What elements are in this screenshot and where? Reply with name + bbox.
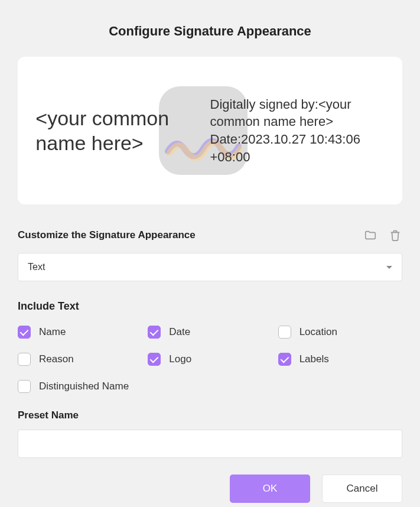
customize-label: Customize the Signature Appearance bbox=[18, 229, 196, 241]
select-value: Text bbox=[28, 262, 45, 272]
folder-icon[interactable] bbox=[363, 228, 377, 242]
checkbox-box[interactable] bbox=[18, 380, 31, 393]
preview-signed-by: Digitally signed by:<your common name he… bbox=[210, 96, 385, 131]
checkbox-box[interactable] bbox=[278, 326, 291, 339]
checkbox-location[interactable]: Location bbox=[278, 326, 402, 339]
checkbox-label: Name bbox=[39, 326, 66, 338]
trash-icon[interactable] bbox=[388, 228, 402, 242]
checkbox-logo[interactable]: Logo bbox=[148, 353, 272, 366]
cancel-button[interactable]: Cancel bbox=[322, 474, 402, 503]
checkbox-distinguished_name[interactable]: Distinguished Name bbox=[18, 380, 142, 393]
checkbox-box[interactable] bbox=[18, 326, 31, 339]
chevron-down-icon bbox=[386, 266, 392, 269]
preset-name-input[interactable] bbox=[18, 430, 402, 458]
signature-preview: <your common name here> Digitally signed… bbox=[18, 57, 402, 204]
checkbox-label: Location bbox=[299, 326, 337, 338]
checkbox-reason[interactable]: Reason bbox=[18, 353, 142, 366]
page-title: Configure Signature Appearance bbox=[18, 24, 402, 39]
checkbox-box[interactable] bbox=[148, 353, 161, 366]
preview-signature-details: Digitally signed by:<your common name he… bbox=[210, 96, 385, 166]
ok-button[interactable]: OK bbox=[230, 474, 310, 503]
include-text-label: Include Text bbox=[18, 300, 402, 313]
checkbox-box[interactable] bbox=[278, 353, 291, 366]
checkbox-name[interactable]: Name bbox=[18, 326, 142, 339]
checkbox-box[interactable] bbox=[148, 326, 161, 339]
checkbox-label: Reason bbox=[39, 353, 74, 365]
checkbox-date[interactable]: Date bbox=[148, 326, 272, 339]
checkbox-label: Logo bbox=[169, 353, 191, 365]
include-options-grid: NameDateLocationReasonLogoLabelsDistingu… bbox=[18, 326, 402, 393]
appearance-type-select[interactable]: Text bbox=[18, 253, 402, 281]
checkbox-labels[interactable]: Labels bbox=[278, 353, 402, 366]
preview-date: Date:2023.10.27 10:43:06 +08:00 bbox=[210, 131, 385, 165]
checkbox-label: Labels bbox=[299, 353, 329, 365]
checkbox-label: Distinguished Name bbox=[39, 381, 129, 392]
checkbox-box[interactable] bbox=[18, 353, 31, 366]
preview-common-name: <your common name here> bbox=[35, 106, 210, 156]
checkbox-label: Date bbox=[169, 326, 190, 338]
preset-name-label: Preset Name bbox=[18, 410, 402, 421]
